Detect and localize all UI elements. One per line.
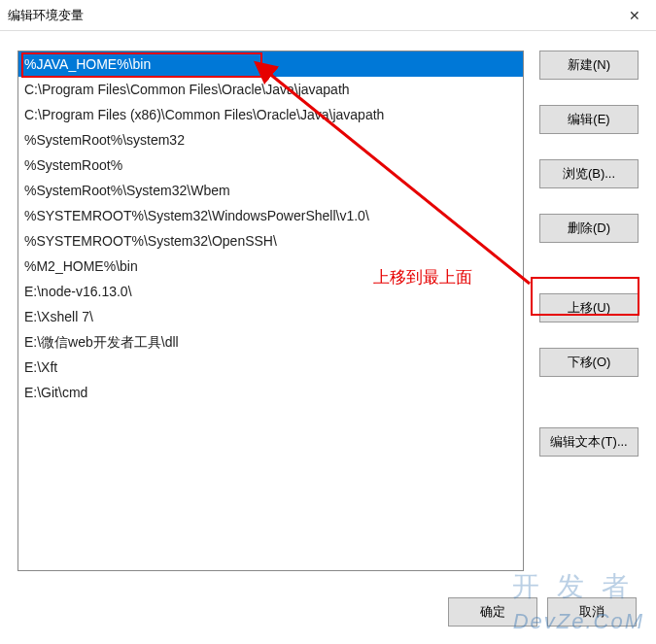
browse-button[interactable]: 浏览(B)...: [539, 159, 639, 188]
list-item[interactable]: E:\Xft: [18, 355, 523, 380]
list-item[interactable]: C:\Program Files\Common Files\Oracle\Jav…: [18, 77, 523, 102]
cancel-button[interactable]: 取消: [547, 597, 637, 627]
window-title: 编辑环境变量: [8, 7, 84, 24]
list-item[interactable]: E:\Git\cmd: [18, 380, 523, 405]
list-item[interactable]: %M2_HOME%\bin: [18, 254, 523, 279]
path-listbox[interactable]: %JAVA_HOME%\bin C:\Program Files\Common …: [17, 51, 524, 571]
list-item[interactable]: C:\Program Files (x86)\Common Files\Orac…: [18, 102, 523, 127]
edit-text-button[interactable]: 编辑文本(T)...: [539, 427, 639, 457]
list-item[interactable]: %SystemRoot%\system32: [18, 127, 523, 153]
list-item[interactable]: %SYSTEMROOT%\System32\OpenSSH\: [18, 228, 523, 254]
new-button[interactable]: 新建(N): [539, 51, 639, 80]
list-item[interactable]: %SystemRoot%\System32\Wbem: [18, 178, 523, 203]
dialog-content: %JAVA_HOME%\bin C:\Program Files\Common …: [0, 31, 656, 644]
button-column: 新建(N) 编辑(E) 浏览(B)... 删除(D) 上移(U) 下移(O) 编…: [539, 51, 639, 571]
close-icon: ✕: [629, 8, 640, 23]
close-button[interactable]: ✕: [612, 0, 656, 31]
delete-button[interactable]: 删除(D): [539, 214, 639, 243]
dialog-footer: 确定 取消: [448, 597, 637, 627]
list-item[interactable]: %JAVA_HOME%\bin: [18, 51, 523, 77]
ok-button[interactable]: 确定: [448, 597, 537, 627]
edit-button[interactable]: 编辑(E): [539, 105, 639, 134]
move-down-button[interactable]: 下移(O): [539, 348, 639, 377]
list-item[interactable]: %SYSTEMROOT%\System32\WindowsPowerShell\…: [18, 203, 523, 228]
list-item[interactable]: E:\node-v16.13.0\: [18, 279, 523, 304]
list-item[interactable]: E:\微信web开发者工具\dll: [18, 329, 523, 355]
list-item[interactable]: %SystemRoot%: [18, 153, 523, 178]
move-up-button[interactable]: 上移(U): [539, 293, 639, 322]
list-item[interactable]: E:\Xshell 7\: [18, 304, 523, 329]
titlebar: 编辑环境变量 ✕: [0, 0, 656, 31]
